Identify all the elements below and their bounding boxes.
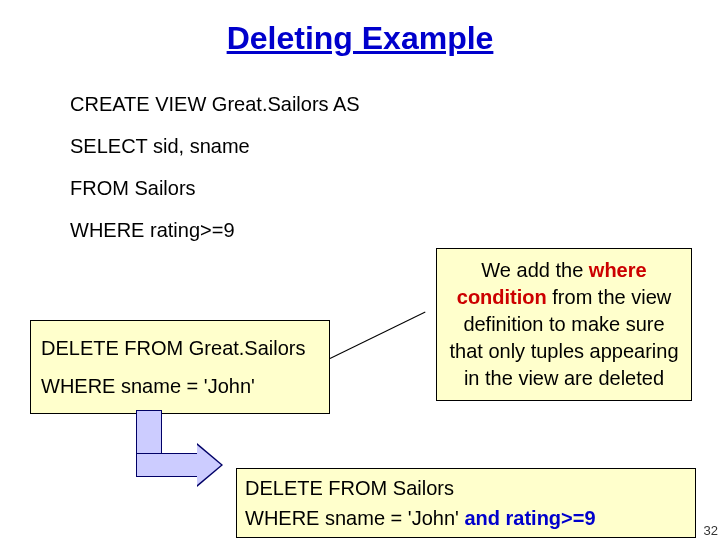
connector-line <box>330 312 426 359</box>
sql-line: WHERE rating>=9 <box>70 211 720 249</box>
sql-line: SELECT sid, sname <box>70 127 720 165</box>
sql-text: WHERE sname = 'John' <box>245 507 464 529</box>
delete-view-box: DELETE FROM Great.Sailors WHERE sname = … <box>30 320 330 414</box>
added-condition: and rating>=9 <box>464 507 595 529</box>
sql-line: FROM Sailors <box>70 169 720 207</box>
result-sql-box: DELETE FROM Sailors WHERE sname = 'John'… <box>236 468 696 538</box>
sql-line: DELETE FROM Great.Sailors <box>41 329 319 367</box>
sql-line: DELETE FROM Sailors <box>245 473 687 503</box>
sql-line: CREATE VIEW Great.Sailors AS <box>70 85 720 123</box>
explanation-box: We add the where condition from the view… <box>436 248 692 401</box>
view-definition-sql: CREATE VIEW Great.Sailors AS SELECT sid,… <box>70 85 720 249</box>
arrow-icon <box>130 410 220 480</box>
page-number: 32 <box>704 523 718 538</box>
sql-line: WHERE sname = 'John' and rating>=9 <box>245 503 687 533</box>
explain-text: We add the <box>481 259 588 281</box>
slide-title: Deleting Example <box>0 20 720 57</box>
sql-line: WHERE sname = 'John' <box>41 367 319 405</box>
